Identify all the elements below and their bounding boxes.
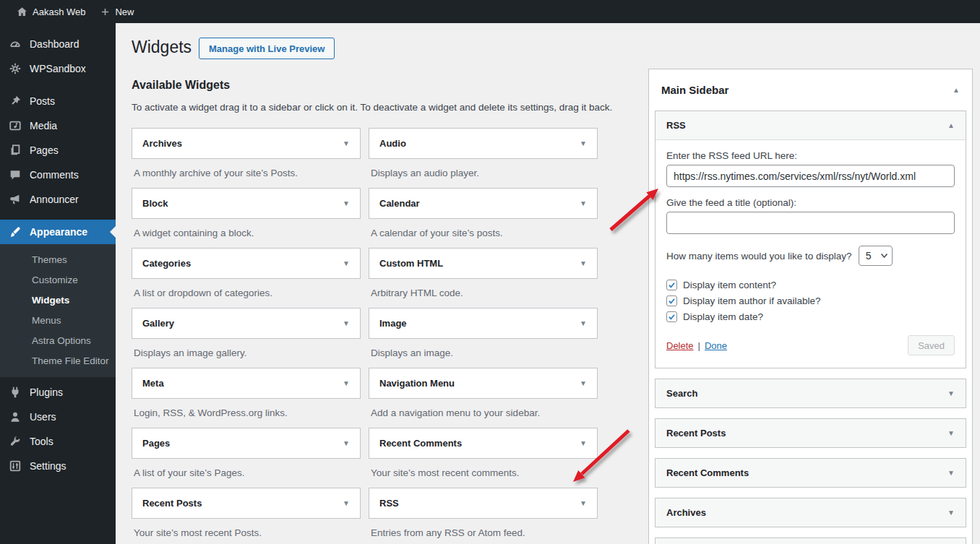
widget-card-image[interactable]: Image▼ xyxy=(369,308,598,339)
collapsed-widget-recent-comments[interactable]: Recent Comments ▼ xyxy=(655,458,966,488)
rss-checkbox-row-date: Display item date? xyxy=(666,308,955,324)
widget-card-calendar[interactable]: Calendar▼ xyxy=(369,188,598,219)
collapsed-widget-recent-posts[interactable]: Recent Posts ▼ xyxy=(655,418,966,448)
widget-card-recent-posts[interactable]: Recent Posts▼ xyxy=(132,488,361,519)
main-sidebar-header[interactable]: Main Sidebar ▲ xyxy=(649,69,972,111)
plug-icon xyxy=(8,386,22,399)
chevron-down-icon[interactable]: ▼ xyxy=(947,430,955,437)
admin-bar-site[interactable]: Aakash Web xyxy=(9,0,93,23)
pin-icon xyxy=(8,95,22,108)
widget-desc: Your site’s most recent comments. xyxy=(371,467,598,478)
chevron-down-icon[interactable]: ▼ xyxy=(580,260,587,267)
rss-url-label: Enter the RSS feed URL here: xyxy=(666,150,955,161)
chevron-down-icon[interactable]: ▼ xyxy=(947,390,955,397)
widget-desc: Login, RSS, & WordPress.org links. xyxy=(134,407,361,418)
sidebar-item-appearance[interactable]: Appearance xyxy=(0,220,116,244)
brush-icon xyxy=(8,225,22,238)
media-icon xyxy=(8,119,22,132)
chevron-down-icon[interactable]: ▼ xyxy=(343,260,350,267)
home-icon xyxy=(16,6,28,18)
items-count-select[interactable]: 5 xyxy=(859,246,893,266)
sidebar-item-announcer[interactable]: Announcer xyxy=(0,187,116,212)
main-content: Widgets Manage with Live Preview Availab… xyxy=(116,23,980,544)
widget-card-archives[interactable]: Archives▼ xyxy=(132,128,361,159)
menu-separator xyxy=(0,212,116,220)
link-separator: | xyxy=(698,340,700,351)
rss-widget-header[interactable]: RSS ▲ xyxy=(656,111,966,140)
rss-widget-body: Enter the RSS feed URL here: Give the fe… xyxy=(656,140,966,368)
chevron-down-icon[interactable]: ▼ xyxy=(947,470,955,477)
widget-card-rss[interactable]: RSS▼ xyxy=(369,488,598,519)
manage-live-preview-button[interactable]: Manage with Live Preview xyxy=(199,38,335,59)
widget-desc: Displays an image. xyxy=(371,347,598,358)
available-widgets-grid: Archives▼A monthly archive of your site’… xyxy=(132,128,598,544)
chevron-down-icon[interactable]: ▼ xyxy=(343,320,350,327)
rss-widget-title: RSS xyxy=(666,120,947,131)
checkbox-checked-icon[interactable] xyxy=(666,280,677,290)
collapsed-widget-search[interactable]: Search ▼ xyxy=(655,379,966,408)
sidebar-subitem-theme-file-editor[interactable]: Theme File Editor xyxy=(0,350,116,371)
widget-card-categories[interactable]: Categories▼ xyxy=(132,248,361,279)
done-link[interactable]: Done xyxy=(705,340,727,351)
chevron-down-icon[interactable]: ▼ xyxy=(580,500,587,507)
widget-desc: Displays an image gallery. xyxy=(134,347,361,358)
sidebar-subitem-menus[interactable]: Menus xyxy=(0,310,116,330)
widget-card-block[interactable]: Block▼ xyxy=(132,188,361,219)
rss-url-input[interactable] xyxy=(666,165,955,187)
widget-desc: A widget containing a block. xyxy=(134,228,361,238)
widget-card-navigation-menu[interactable]: Navigation Menu▼ xyxy=(369,368,598,399)
widget-card-recent-comments[interactable]: Recent Comments▼ xyxy=(369,428,598,459)
widget-card-audio[interactable]: Audio▼ xyxy=(369,128,598,159)
widget-card-gallery[interactable]: Gallery▼ xyxy=(132,308,361,339)
sidebar-item-media[interactable]: Media xyxy=(0,113,116,138)
sidebar-subitem-widgets[interactable]: Widgets xyxy=(0,290,116,310)
sidebar-item-posts[interactable]: Posts xyxy=(0,89,116,113)
chevron-down-icon[interactable]: ▼ xyxy=(343,140,350,147)
dashboard-icon xyxy=(8,38,22,51)
chevron-down-icon[interactable]: ▼ xyxy=(343,440,350,447)
widget-card-pages[interactable]: Pages▼ xyxy=(132,428,361,459)
sidebar-subitem-themes[interactable]: Themes xyxy=(0,249,116,269)
chevron-up-icon[interactable]: ▲ xyxy=(953,87,960,94)
chevron-up-icon[interactable]: ▲ xyxy=(947,122,955,129)
new-label: New xyxy=(115,7,134,17)
delete-link[interactable]: Delete xyxy=(666,340,694,351)
widget-card-meta[interactable]: Meta▼ xyxy=(132,368,361,399)
chevron-down-icon[interactable]: ▼ xyxy=(947,509,955,517)
megaphone-icon xyxy=(8,193,22,206)
chevron-down-icon[interactable]: ▼ xyxy=(343,380,350,387)
admin-bar-new[interactable]: New xyxy=(93,0,141,23)
rss-title-label: Give the feed a title (optional): xyxy=(666,197,955,208)
sidebar-item-plugins[interactable]: Plugins xyxy=(0,380,116,405)
checkbox-checked-icon[interactable] xyxy=(666,311,677,322)
checkbox-checked-icon[interactable] xyxy=(666,295,677,306)
collapsed-widget-archives[interactable]: Archives ▼ xyxy=(655,498,966,527)
sidebar-item-wpsandbox[interactable]: WPSandbox xyxy=(0,56,116,81)
rss-title-input[interactable] xyxy=(666,212,955,234)
sliders-icon xyxy=(8,459,22,472)
collapsed-widget-partial[interactable] xyxy=(655,537,966,544)
rss-checkbox-row-content: Display item content? xyxy=(666,277,955,293)
sidebar-item-settings[interactable]: Settings xyxy=(0,454,116,478)
sidebar-item-dashboard[interactable]: Dashboard xyxy=(0,32,116,56)
sidebar-subitem-customize[interactable]: Customize xyxy=(0,269,116,290)
chevron-down-icon[interactable]: ▼ xyxy=(580,440,587,447)
chevron-down-icon[interactable]: ▼ xyxy=(580,140,587,147)
sidebar-subitem-astra-options[interactable]: Astra Options xyxy=(0,330,116,350)
sidebar-item-pages[interactable]: Pages xyxy=(0,138,116,163)
available-widgets-description: To activate a widget drag it to a sideba… xyxy=(132,102,612,113)
saved-button[interactable]: Saved xyxy=(908,335,955,355)
chevron-down-icon[interactable]: ▼ xyxy=(580,320,587,327)
admin-bar: Aakash Web New xyxy=(0,0,980,23)
rss-widget-footer: Delete | Done Saved xyxy=(666,335,955,355)
sidebar-item-comments[interactable]: Comments xyxy=(0,163,116,187)
chevron-down-icon[interactable]: ▼ xyxy=(580,200,587,207)
sidebar-item-users[interactable]: Users xyxy=(0,405,116,429)
user-icon xyxy=(8,410,22,423)
chevron-down-icon[interactable]: ▼ xyxy=(343,500,350,507)
chevron-down-icon[interactable]: ▼ xyxy=(580,380,587,387)
widget-card-custom-html[interactable]: Custom HTML▼ xyxy=(369,248,598,279)
rss-checkbox-row-author: Display item author if available? xyxy=(666,293,955,308)
chevron-down-icon[interactable]: ▼ xyxy=(343,200,350,207)
sidebar-item-tools[interactable]: Tools xyxy=(0,429,116,454)
